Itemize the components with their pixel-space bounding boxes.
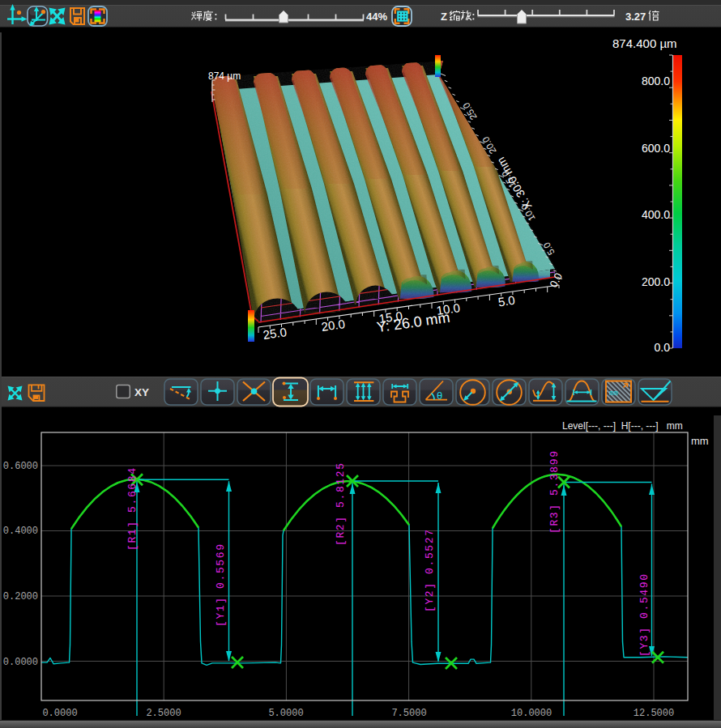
svg-text:0.2000: 0.2000 [3,591,38,602]
svg-text:0.6000: 0.6000 [3,461,38,472]
svg-text:3.27: 3.27 [625,11,646,23]
svg-text:25.0: 25.0 [262,325,288,342]
svg-text:400.0: 400.0 [642,208,670,221]
svg-text:[R2] 5.8125: [R2] 5.8125 [335,463,347,546]
svg-text:874 µm: 874 µm [208,70,241,82]
svg-text:[Y2] 0.5527: [Y2] 0.5527 [424,530,436,612]
svg-text:Z: Z [441,11,447,23]
svg-text:mm: mm [609,390,618,398]
svg-text:7.5000: 7.5000 [391,708,426,719]
svg-text:200.0: 200.0 [642,275,670,288]
svg-text:0.0: 0.0 [655,341,671,354]
svg-text:5.0000: 5.0000 [268,708,303,719]
svg-text:2.5000: 2.5000 [146,708,181,719]
svg-text:0.0000: 0.0000 [42,708,77,719]
svg-text:600.0: 600.0 [642,142,670,155]
svg-text:5.0: 5.0 [497,293,516,309]
svg-text:0.0000: 0.0000 [3,657,38,668]
svg-text:[R1] 5.6684: [R1] 5.6684 [126,468,139,551]
svg-text:874.400 µm: 874.400 µm [612,36,677,50]
svg-text:[Y3] 0.5490: [Y3] 0.5490 [638,574,651,657]
svg-text:12.5000: 12.5000 [634,708,674,719]
svg-text:[R3] 5.3899: [R3] 5.3899 [548,451,561,534]
svg-text:[Y1] 0.5569: [Y1] 0.5569 [215,544,227,627]
svg-text:10.0000: 10.0000 [511,708,552,719]
svg-text:0.4000: 0.4000 [3,526,38,537]
svg-text:θ: θ [437,390,442,402]
svg-text:20.0: 20.0 [321,317,346,334]
svg-text:800.0: 800.0 [642,75,670,87]
